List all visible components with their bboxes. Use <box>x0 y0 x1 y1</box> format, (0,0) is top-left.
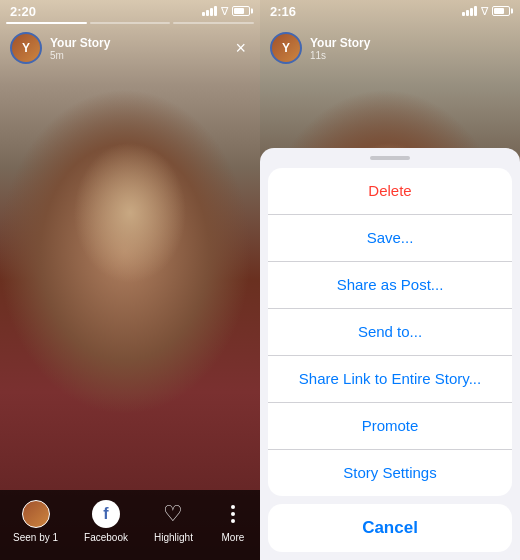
right-panel: 2:16 ∇ Y Your Story 11s Delet <box>260 0 520 560</box>
seen-avatar <box>22 500 50 528</box>
right-time: 2:16 <box>270 4 296 19</box>
cancel-item[interactable]: Cancel <box>268 504 512 552</box>
share-post-label: Share as Post... <box>337 276 444 293</box>
share-link-action[interactable]: Share Link to Entire Story... <box>268 355 512 402</box>
left-status-icons: ∇ <box>202 5 250 18</box>
right-wifi-icon: ∇ <box>481 5 488 18</box>
progress-bar-3 <box>173 22 254 24</box>
delete-action[interactable]: Delete <box>268 168 512 214</box>
battery-fill <box>234 8 244 14</box>
facebook-icon: f <box>92 500 120 528</box>
story-settings-action[interactable]: Story Settings <box>268 449 512 496</box>
left-time: 2:20 <box>10 4 36 19</box>
right-story-info: Your Story 11s <box>310 36 510 61</box>
highlight-item[interactable]: ♡ Highlight <box>154 500 193 543</box>
progress-bar-1 <box>6 22 87 24</box>
right-battery-icon <box>492 6 510 16</box>
share-post-action[interactable]: Share as Post... <box>268 261 512 308</box>
highlight-icon: ♡ <box>159 500 187 528</box>
more-dots <box>231 505 235 523</box>
left-toolbar: Seen by 1 f Facebook ♡ Highlight More <box>0 490 260 560</box>
save-label: Save... <box>367 229 414 246</box>
left-story-name: Your Story <box>50 36 231 50</box>
right-story-header: Y Your Story 11s <box>260 26 520 70</box>
promote-action[interactable]: Promote <box>268 402 512 449</box>
left-story-header: Y Your Story 5m × <box>0 26 260 70</box>
right-story-name: Your Story <box>310 36 510 50</box>
share-link-label: Share Link to Entire Story... <box>299 370 481 387</box>
highlight-label: Highlight <box>154 532 193 543</box>
left-avatar: Y <box>10 32 42 64</box>
facebook-item[interactable]: f Facebook <box>84 500 128 543</box>
left-close-button[interactable]: × <box>231 34 250 63</box>
right-story-time: 11s <box>310 50 510 61</box>
right-avatar: Y <box>270 32 302 64</box>
signal-icon <box>202 6 217 16</box>
left-story-info: Your Story 5m <box>50 36 231 61</box>
left-story-time: 5m <box>50 50 231 61</box>
wifi-icon: ∇ <box>221 5 228 18</box>
right-signal-icon <box>462 6 477 16</box>
action-sheet-overlay: Delete Save... Share as Post... Send to.… <box>260 148 520 560</box>
more-item[interactable]: More <box>219 500 247 543</box>
send-to-action[interactable]: Send to... <box>268 308 512 355</box>
left-panel: 2:20 ∇ Y Your Story 5m × Seen by 1 <box>0 0 260 560</box>
more-icon <box>219 500 247 528</box>
seen-by-item[interactable]: Seen by 1 <box>13 500 58 543</box>
right-status-bar: 2:16 ∇ <box>260 0 520 22</box>
cancel-action[interactable]: Cancel <box>268 504 512 552</box>
sheet-handle <box>370 156 410 160</box>
delete-label: Delete <box>368 182 411 199</box>
send-to-label: Send to... <box>358 323 422 340</box>
cancel-label: Cancel <box>362 518 418 537</box>
seen-count: Seen by 1 <box>13 532 58 543</box>
story-settings-label: Story Settings <box>343 464 436 481</box>
action-sheet: Delete Save... Share as Post... Send to.… <box>260 148 520 560</box>
promote-label: Promote <box>362 417 419 434</box>
progress-bar-2 <box>90 22 171 24</box>
facebook-label: Facebook <box>84 532 128 543</box>
left-status-bar: 2:20 ∇ <box>0 0 260 22</box>
battery-icon <box>232 6 250 16</box>
right-battery-fill <box>494 8 504 14</box>
right-status-icons: ∇ <box>462 5 510 18</box>
progress-bars <box>6 22 254 24</box>
left-story-photo <box>0 0 260 560</box>
save-action[interactable]: Save... <box>268 214 512 261</box>
more-label: More <box>222 532 245 543</box>
action-sheet-group: Delete Save... Share as Post... Send to.… <box>268 168 512 496</box>
